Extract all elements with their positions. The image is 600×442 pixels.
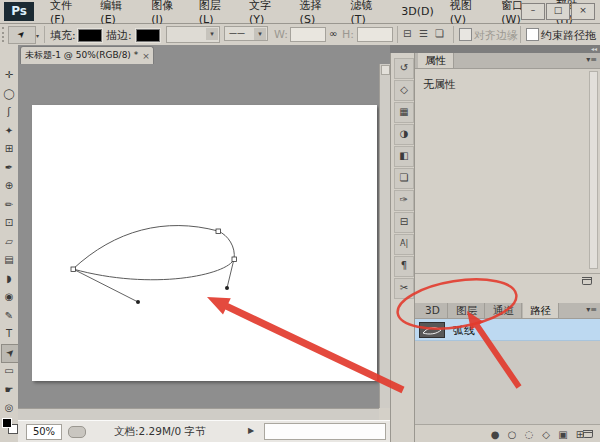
pen-path-shape[interactable]	[32, 105, 377, 381]
properties-tab-row: 属性 ▾≡	[415, 53, 600, 69]
path-operations-icon[interactable]: ⊟	[403, 28, 411, 39]
document-size-info: 文档:2.29M/0 字节	[114, 425, 206, 439]
menu-filter[interactable]: 滤镜(T)	[343, 0, 394, 26]
stroke-width-dropdown[interactable]: ▾	[166, 26, 220, 43]
link-dimensions-icon[interactable]: ∞	[329, 28, 337, 39]
menu-edit[interactable]: 编辑(E)	[92, 0, 143, 26]
menu-view[interactable]: 视图(V)	[442, 0, 493, 26]
control-handle-point[interactable]	[136, 300, 140, 304]
tab-properties[interactable]: 属性	[418, 53, 454, 68]
tab-channels[interactable]: 通道	[486, 303, 522, 318]
zoom-tool[interactable]: ◎	[1, 399, 17, 416]
height-label: H:	[342, 28, 354, 41]
pen-tool[interactable]: ✎	[1, 307, 17, 324]
width-input[interactable]	[290, 27, 326, 42]
constrain-path-checkbox[interactable]	[526, 28, 539, 41]
brush-tool[interactable]: ✏	[1, 196, 17, 213]
foreground-background-swatches[interactable]	[2, 418, 18, 436]
align-edges-checkbox[interactable]	[459, 28, 472, 41]
stroke-style-dropdown[interactable]: ——▾	[224, 26, 268, 41]
fill-label: 填充:	[50, 28, 76, 43]
path-thumbnail[interactable]	[419, 322, 445, 338]
tool-presets-panel-icon[interactable]: ✂	[394, 278, 414, 299]
path-name[interactable]: 弧线	[453, 323, 475, 338]
tab-paths[interactable]: 路径	[523, 303, 559, 318]
hand-tool[interactable]: ☛	[1, 381, 17, 398]
height-input[interactable]	[357, 27, 393, 42]
quick-selection-tool[interactable]: ✦	[1, 122, 17, 139]
menu-3d[interactable]: 3D(D)	[393, 5, 442, 18]
brush-panel-icon[interactable]: ✑	[394, 190, 414, 211]
paths-empty-area[interactable]	[415, 341, 600, 424]
delete-path-icon[interactable]	[583, 430, 593, 438]
menu-image[interactable]: 图像(I)	[143, 0, 190, 26]
properties-scrollbar[interactable]	[589, 71, 598, 269]
menu-file[interactable]: 文件(F)	[42, 0, 92, 26]
eraser-tool[interactable]: ▱	[1, 233, 17, 250]
fill-path-icon[interactable]: ●	[488, 428, 502, 441]
lasso-tool[interactable]: ʃ	[1, 103, 17, 120]
properties-panel-footer	[415, 273, 600, 287]
adjustments-panel-icon[interactable]: ◧	[394, 146, 414, 167]
healing-brush-tool[interactable]: ⊕	[1, 177, 17, 194]
history-panel-icon[interactable]: ↺	[394, 58, 414, 79]
fill-swatch[interactable]	[78, 29, 102, 42]
panel-collapse-header[interactable]: ◂◂	[390, 45, 600, 53]
path-alignment-icon[interactable]: ☰	[419, 28, 428, 39]
delete-icon[interactable]	[582, 277, 592, 285]
swatches-panel-icon[interactable]: ▦	[394, 102, 414, 123]
document-tab[interactable]: 未标题-1 @ 50%(RGB/8) * ×	[20, 46, 154, 64]
blur-tool[interactable]: ◗	[1, 270, 17, 287]
make-path-icon[interactable]: ◇	[539, 428, 553, 441]
marquee-tool[interactable]: ◯	[1, 85, 17, 102]
clone-source-panel-icon[interactable]: ⊟	[394, 212, 414, 233]
crop-tool[interactable]: ⊞	[1, 140, 17, 157]
control-handle-point[interactable]	[225, 286, 229, 290]
type-tool[interactable]: T	[1, 325, 17, 342]
paths-panel-menu-icon[interactable]: ▾≡	[586, 305, 597, 314]
menu-layer[interactable]: 图层(L)	[191, 0, 241, 26]
menu-select[interactable]: 选择(S)	[292, 0, 343, 26]
tool-preset-arrow-icon[interactable]: ▾	[36, 32, 39, 39]
zoom-level-field[interactable]: 50%	[26, 424, 62, 440]
gradient-tool[interactable]: ▤	[1, 251, 17, 268]
stroke-path-icon[interactable]: ○	[505, 428, 519, 441]
foreground-color-swatch[interactable]	[2, 418, 12, 428]
eyedropper-tool[interactable]: ✒	[1, 159, 17, 176]
styles-panel-icon[interactable]: ❏	[394, 168, 414, 189]
move-tool[interactable]: ✛	[1, 66, 17, 83]
load-selection-icon[interactable]: ◌	[522, 428, 536, 441]
anchor-point[interactable]	[232, 257, 237, 262]
anchor-point[interactable]	[216, 229, 221, 234]
path-selection-tool[interactable]: ➤	[1, 344, 19, 363]
minimize-button[interactable]: –	[521, 3, 545, 20]
clone-stamp-tool[interactable]: ⊡	[1, 214, 17, 231]
current-tool-icon[interactable]: ➤	[8, 26, 36, 44]
add-mask-icon[interactable]: ▣	[556, 428, 570, 441]
close-button[interactable]: ×	[571, 3, 595, 20]
properties-panel-content: 无属性	[415, 69, 600, 273]
document-tab-title: 未标题-1 @ 50%(RGB/8) *	[25, 49, 138, 62]
maximize-button[interactable]: □	[546, 3, 570, 20]
canvas-vertical-scrollbar[interactable]	[379, 64, 390, 408]
tab-layers[interactable]: 图层	[449, 303, 485, 318]
character-panel-icon[interactable]: A|	[394, 234, 414, 255]
paragraph-panel-icon[interactable]: ¶	[394, 256, 414, 277]
menu-type[interactable]: 文字(Y)	[241, 0, 292, 26]
document-tab-close-icon[interactable]: ×	[142, 51, 150, 61]
3d-panel-icon[interactable]: ◇	[394, 80, 414, 101]
path-list-item-selected[interactable]: 弧线	[415, 319, 600, 341]
align-edges-label: 对齐边缘	[474, 28, 518, 43]
menu-bar: Ps 文件(F) 编辑(E) 图像(I) 图层(L) 文字(Y) 选择(S) 滤…	[0, 0, 600, 24]
dodge-tool[interactable]: ◉	[1, 288, 17, 305]
status-bar: 50% 文档:2.29M/0 字节 ▶	[18, 420, 390, 442]
tab-3d[interactable]: 3D	[418, 303, 448, 318]
anchor-point[interactable]	[71, 267, 76, 272]
rectangle-tool[interactable]: ▭	[1, 362, 17, 379]
status-flyout-arrow-icon[interactable]: ▶	[248, 426, 254, 435]
path-arrangement-icon[interactable]: ❏	[435, 28, 444, 39]
properties-panel-menu-icon[interactable]: ▾≡	[586, 55, 597, 64]
stroke-swatch[interactable]	[136, 29, 160, 42]
color-panel-icon[interactable]: ◑	[394, 124, 414, 145]
canvas-horizontal-scrollbar[interactable]	[18, 408, 379, 420]
